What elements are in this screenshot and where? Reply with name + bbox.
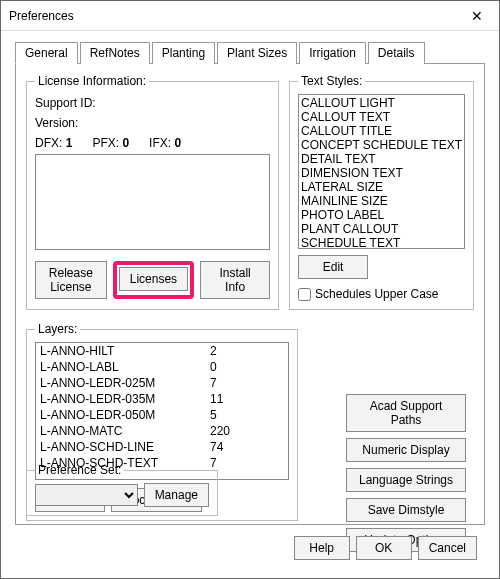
- version-label: Version:: [35, 116, 270, 130]
- layer-value: 11: [210, 392, 284, 406]
- pfx-label: PFX:: [92, 136, 119, 150]
- content-area: General RefNotes Planting Plant Sizes Ir…: [1, 31, 499, 578]
- licenses-button[interactable]: Licenses: [119, 267, 188, 291]
- ok-button[interactable]: OK: [356, 536, 412, 560]
- layers-legend: Layers:: [35, 322, 80, 336]
- titlebar: Preferences ✕: [1, 1, 499, 31]
- dfx-label: DFX:: [35, 136, 62, 150]
- layer-row[interactable]: L-ANNO-LABL0: [36, 359, 288, 375]
- layer-name: L-ANNO-MATC: [40, 424, 210, 438]
- layer-value: 7: [210, 456, 284, 470]
- license-legend: License Information:: [35, 74, 149, 88]
- schedules-upper-case-checkbox[interactable]: [298, 288, 311, 301]
- layer-value: 0: [210, 360, 284, 374]
- text-style-item[interactable]: PLANT CALLOUT: [301, 222, 462, 236]
- acad-support-paths-button[interactable]: Acad Support Paths: [346, 394, 466, 432]
- text-style-item[interactable]: CALLOUT TITLE: [301, 124, 462, 138]
- install-info-button[interactable]: Install Info: [200, 261, 270, 299]
- text-styles-list[interactable]: CALLOUT LIGHTCALLOUT TEXTCALLOUT TITLECO…: [298, 94, 465, 249]
- close-icon[interactable]: ✕: [463, 2, 491, 30]
- tab-details[interactable]: Details: [368, 42, 425, 64]
- cancel-button[interactable]: Cancel: [418, 536, 477, 560]
- license-information-group: License Information: Support ID: Version…: [26, 74, 279, 310]
- manage-button[interactable]: Manage: [144, 483, 209, 507]
- ifx-label: IFX:: [149, 136, 171, 150]
- save-dimstyle-button[interactable]: Save Dimstyle: [346, 498, 466, 522]
- license-counts: DFX: 1 PFX: 0 IFX: 0: [35, 136, 270, 150]
- text-style-item[interactable]: MAINLINE SIZE: [301, 194, 462, 208]
- language-strings-button[interactable]: Language Strings: [346, 468, 466, 492]
- layer-name: L-ANNO-LEDR-025M: [40, 376, 210, 390]
- layer-row[interactable]: L-ANNO-HILT2: [36, 343, 288, 359]
- dfx-value: 1: [66, 136, 73, 150]
- layer-name: L-ANNO-LEDR-050M: [40, 408, 210, 422]
- tab-strip: General RefNotes Planting Plant Sizes Ir…: [15, 41, 485, 63]
- layers-list[interactable]: L-ANNO-HILT2L-ANNO-LABL0L-ANNO-LEDR-025M…: [35, 342, 289, 480]
- footer-buttons: Help OK Cancel: [294, 536, 477, 560]
- layer-value: 2: [210, 344, 284, 358]
- text-styles-group: Text Styles: CALLOUT LIGHTCALLOUT TEXTCA…: [289, 74, 474, 310]
- window-title: Preferences: [9, 9, 463, 23]
- right-button-column: Acad Support Paths Numeric Display Langu…: [346, 394, 466, 552]
- layer-name: L-ANNO-HILT: [40, 344, 210, 358]
- tab-plant-sizes[interactable]: Plant Sizes: [217, 42, 297, 64]
- layer-row[interactable]: L-ANNO-LEDR-035M11: [36, 391, 288, 407]
- text-style-item[interactable]: DIMENSION TEXT: [301, 166, 462, 180]
- text-style-item[interactable]: SCHEDULE TEXT: [301, 236, 462, 249]
- layer-row[interactable]: L-ANNO-LEDR-050M5: [36, 407, 288, 423]
- layer-value: 74: [210, 440, 284, 454]
- tab-panel-general: License Information: Support ID: Version…: [15, 63, 485, 525]
- schedules-upper-case-label[interactable]: Schedules Upper Case: [315, 287, 438, 301]
- layer-row[interactable]: L-ANNO-MATC220: [36, 423, 288, 439]
- licenses-button-highlight: Licenses: [113, 261, 194, 299]
- preferences-window: Preferences ✕ General RefNotes Planting …: [0, 0, 500, 579]
- text-style-item[interactable]: DETAIL TEXT: [301, 152, 462, 166]
- tab-planting[interactable]: Planting: [152, 42, 215, 64]
- text-styles-legend: Text Styles:: [298, 74, 365, 88]
- layer-name: L-ANNO-LEDR-035M: [40, 392, 210, 406]
- layer-name: L-ANNO-LABL: [40, 360, 210, 374]
- text-style-item[interactable]: CALLOUT TEXT: [301, 110, 462, 124]
- tab-general[interactable]: General: [15, 42, 78, 64]
- layer-value: 7: [210, 376, 284, 390]
- ifx-value: 0: [174, 136, 181, 150]
- numeric-display-button[interactable]: Numeric Display: [346, 438, 466, 462]
- layer-row[interactable]: L-ANNO-LEDR-025M7: [36, 375, 288, 391]
- layer-value: 220: [210, 424, 284, 438]
- license-textarea[interactable]: [35, 154, 270, 250]
- tab-refnotes[interactable]: RefNotes: [80, 42, 150, 64]
- preference-set-group: Preference Set: Manage: [26, 463, 218, 516]
- preference-set-select[interactable]: [35, 484, 138, 506]
- layer-value: 5: [210, 408, 284, 422]
- release-license-button[interactable]: Release License: [35, 261, 107, 299]
- support-id-label: Support ID:: [35, 96, 270, 110]
- text-style-item[interactable]: CONCEPT SCHEDULE TEXT: [301, 138, 462, 152]
- text-styles-edit-button[interactable]: Edit: [298, 255, 368, 279]
- layer-name: L-ANNO-SCHD-LINE: [40, 440, 210, 454]
- text-style-item[interactable]: PHOTO LABEL: [301, 208, 462, 222]
- preference-set-legend: Preference Set:: [35, 463, 124, 477]
- text-style-item[interactable]: CALLOUT LIGHT: [301, 96, 462, 110]
- pfx-value: 0: [122, 136, 129, 150]
- layer-row[interactable]: L-ANNO-SCHD-LINE74: [36, 439, 288, 455]
- help-button[interactable]: Help: [294, 536, 350, 560]
- text-style-item[interactable]: LATERAL SIZE: [301, 180, 462, 194]
- tab-irrigation[interactable]: Irrigation: [299, 42, 366, 64]
